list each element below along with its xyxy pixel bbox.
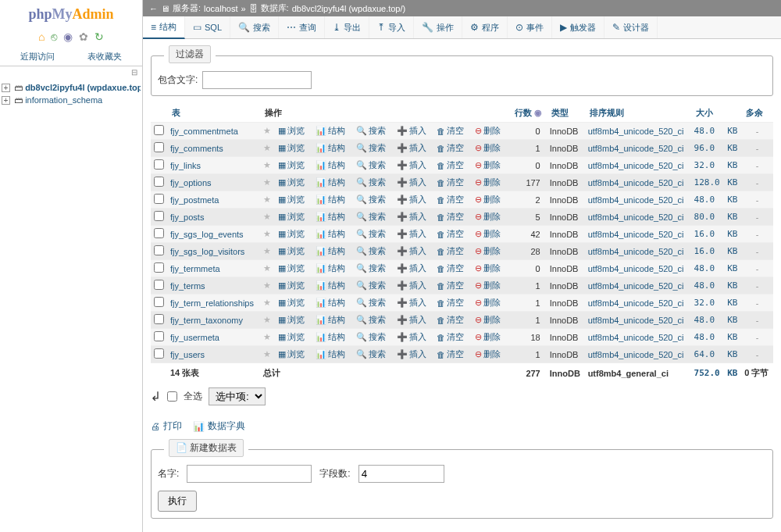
row-checkbox[interactable] — [154, 331, 164, 341]
table-name-link[interactable]: fjy_commentmeta — [170, 127, 238, 136]
drop-link[interactable]: ⊖删除 — [475, 331, 501, 343]
col-table[interactable]: 表 — [167, 104, 260, 123]
search-link[interactable]: 🔍搜索 — [356, 228, 386, 240]
table-name-link[interactable]: fjy_sgs_log_events — [170, 230, 244, 239]
search-link[interactable]: 🔍搜索 — [356, 262, 386, 274]
refresh-icon[interactable]: ↻ — [95, 30, 104, 43]
search-link[interactable]: 🔍搜索 — [356, 177, 386, 188]
drop-link[interactable]: ⊖删除 — [475, 262, 501, 274]
structure-link[interactable]: 📊结构 — [316, 228, 345, 240]
structure-link[interactable]: 📊结构 — [316, 245, 345, 257]
server-link[interactable]: localhost — [204, 4, 237, 13]
table-name-link[interactable]: fjy_terms — [170, 281, 205, 291]
data-dict-link[interactable]: 📊数据字典 — [193, 420, 245, 433]
insert-link[interactable]: ➕插入 — [397, 125, 426, 137]
row-checkbox[interactable] — [154, 159, 164, 170]
structure-link[interactable]: 📊结构 — [316, 142, 345, 154]
table-name-link[interactable]: fjy_term_relationships — [170, 298, 254, 308]
arrow-left-icon[interactable]: ← — [149, 4, 158, 13]
row-checkbox[interactable] — [154, 245, 164, 255]
cols-input[interactable] — [358, 465, 444, 483]
tab-6[interactable]: 🔧操作 — [414, 16, 462, 38]
browse-link[interactable]: ▦浏览 — [278, 245, 305, 257]
drop-link[interactable]: ⊖删除 — [475, 348, 501, 360]
structure-link[interactable]: 📊结构 — [316, 348, 345, 360]
browse-link[interactable]: ▦浏览 — [278, 314, 305, 326]
search-link[interactable]: 🔍搜索 — [356, 125, 386, 137]
tab-9[interactable]: ▶触发器 — [552, 16, 604, 38]
col-collation[interactable]: 排序规则 — [585, 104, 691, 123]
insert-link[interactable]: ➕插入 — [397, 297, 426, 309]
structure-link[interactable]: 📊结构 — [316, 211, 345, 223]
star-icon[interactable]: ★ — [263, 195, 271, 204]
col-size[interactable]: 大小 — [691, 104, 725, 123]
row-checkbox[interactable] — [154, 262, 164, 273]
search-link[interactable]: 🔍搜索 — [356, 331, 386, 343]
table-name-link[interactable]: fjy_comments — [170, 144, 223, 153]
settings-icon[interactable]: ✿ — [79, 30, 88, 43]
drop-link[interactable]: ⊖删除 — [475, 314, 501, 326]
drop-link[interactable]: ⊖删除 — [475, 297, 501, 309]
tab-2[interactable]: 🔍搜索 — [230, 16, 279, 38]
drop-link[interactable]: ⊖删除 — [475, 159, 501, 171]
search-link[interactable]: 🔍搜索 — [356, 142, 386, 154]
empty-link[interactable]: 🗑清空 — [437, 159, 464, 171]
structure-link[interactable]: 📊结构 — [316, 177, 345, 188]
col-rows[interactable]: 行数 ◉ — [508, 104, 547, 123]
insert-link[interactable]: ➕插入 — [397, 177, 426, 188]
empty-link[interactable]: 🗑清空 — [437, 211, 464, 223]
checkall-checkbox[interactable] — [167, 391, 177, 402]
submit-button[interactable]: 执行 — [158, 491, 197, 512]
search-link[interactable]: 🔍搜索 — [356, 245, 386, 257]
home-icon[interactable]: ⌂ — [38, 30, 45, 43]
insert-link[interactable]: ➕插入 — [397, 262, 426, 274]
row-checkbox[interactable] — [154, 125, 164, 135]
drop-link[interactable]: ⊖删除 — [475, 142, 501, 154]
db-link[interactable]: db8vcl2ipyfu4l (wpdaxue.top/) — [292, 4, 406, 13]
insert-link[interactable]: ➕插入 — [397, 348, 426, 360]
tab-7[interactable]: ⚙程序 — [462, 16, 508, 38]
exit-icon[interactable]: ⎋ — [51, 30, 57, 43]
drop-link[interactable]: ⊖删除 — [475, 245, 501, 257]
drop-link[interactable]: ⊖删除 — [475, 125, 501, 137]
plus-icon[interactable]: + — [2, 84, 10, 92]
insert-link[interactable]: ➕插入 — [397, 142, 426, 154]
search-link[interactable]: 🔍搜索 — [356, 194, 386, 205]
table-name-link[interactable]: fjy_sgs_log_visitors — [170, 247, 244, 256]
star-icon[interactable]: ★ — [263, 246, 271, 255]
help-icon[interactable]: ◉ — [534, 108, 542, 117]
insert-link[interactable]: ➕插入 — [397, 211, 426, 223]
structure-link[interactable]: 📊结构 — [316, 280, 345, 291]
star-icon[interactable]: ★ — [263, 280, 271, 290]
empty-link[interactable]: 🗑清空 — [437, 348, 464, 360]
tab-8[interactable]: ⊙事件 — [508, 16, 552, 38]
drop-link[interactable]: ⊖删除 — [475, 194, 501, 205]
star-icon[interactable]: ★ — [263, 263, 271, 273]
empty-link[interactable]: 🗑清空 — [437, 245, 464, 257]
insert-link[interactable]: ➕插入 — [397, 194, 426, 205]
docs-icon[interactable]: ◉ — [63, 30, 73, 43]
row-checkbox[interactable] — [154, 314, 164, 324]
star-icon[interactable]: ★ — [263, 143, 271, 152]
star-icon[interactable]: ★ — [263, 315, 271, 324]
row-checkbox[interactable] — [154, 297, 164, 307]
row-checkbox[interactable] — [154, 142, 164, 152]
col-overhead[interactable]: 多余 — [741, 104, 773, 123]
empty-link[interactable]: 🗑清空 — [437, 331, 464, 343]
row-checkbox[interactable] — [154, 348, 164, 359]
tab-4[interactable]: ⤓导出 — [325, 16, 369, 38]
tree-item[interactable]: + 🗃 db8vcl2ipyfu4l (wpdaxue.top/) — [2, 81, 141, 94]
empty-link[interactable]: 🗑清空 — [437, 142, 464, 154]
tab-favorites[interactable]: 表收藏夹 — [71, 48, 138, 66]
insert-link[interactable]: ➕插入 — [397, 245, 426, 257]
star-icon[interactable]: ★ — [263, 212, 271, 221]
structure-link[interactable]: 📊结构 — [316, 314, 345, 326]
tab-3[interactable]: ⋯查询 — [279, 16, 325, 38]
insert-link[interactable]: ➕插入 — [397, 159, 426, 171]
browse-link[interactable]: ▦浏览 — [278, 348, 305, 360]
search-link[interactable]: 🔍搜索 — [356, 348, 386, 360]
star-icon[interactable]: ★ — [263, 160, 271, 170]
table-name-link[interactable]: fjy_usermeta — [170, 333, 219, 342]
empty-link[interactable]: 🗑清空 — [437, 280, 464, 291]
plus-icon[interactable]: + — [2, 96, 10, 105]
